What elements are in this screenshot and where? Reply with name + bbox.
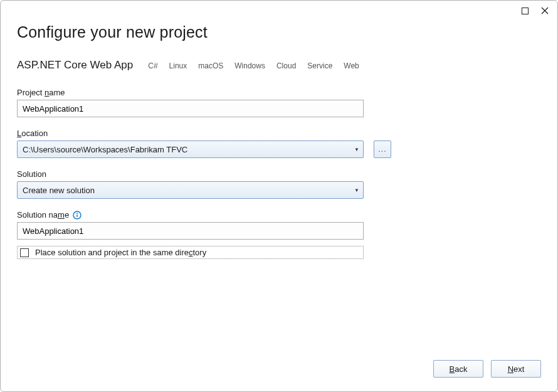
back-button[interactable]: Back [433,360,483,378]
checkbox-icon [20,248,29,257]
same-directory-label: Place solution and project in the same d… [35,248,206,257]
template-tag: Service [307,61,332,70]
dialog-window: Configure your new project ASP.NET Core … [0,0,558,392]
template-tag: Cloud [276,61,296,70]
template-tag: macOS [198,61,223,70]
svg-rect-0 [522,8,528,14]
info-icon [73,211,82,220]
location-value: C:\Users\source\Workspaces\Fabrikam TFVC [23,145,187,154]
titlebar [1,1,557,21]
next-button[interactable]: Next [491,360,541,378]
solution-name-label: Solution name [17,210,541,220]
solution-dropdown[interactable]: Create new solution ▼ [17,181,364,199]
template-tag: C# [148,61,157,70]
page-title: Configure your new project [17,23,541,41]
template-row: ASP.NET Core Web App C# Linux macOS Wind… [17,59,541,72]
chevron-down-icon: ▼ [354,188,359,193]
maximize-icon[interactable] [520,6,530,16]
project-name-label: Project name [17,88,541,97]
template-name: ASP.NET Core Web App [17,59,133,72]
content-area: Configure your new project ASP.NET Core … [1,21,557,360]
svg-rect-5 [76,215,77,217]
template-tag: Web [344,61,359,70]
location-label: Location [17,129,541,138]
svg-point-4 [76,213,78,214]
project-name-group: Project name [17,88,541,117]
same-directory-checkbox-row[interactable]: Place solution and project in the same d… [17,246,364,259]
solution-value: Create new solution [23,186,95,195]
template-tag: Linux [169,61,187,70]
browse-button[interactable]: ... [374,140,391,158]
footer: Back Next [1,360,557,391]
solution-label: Solution [17,169,541,179]
location-dropdown[interactable]: C:\Users\source\Workspaces\Fabrikam TFVC… [17,140,364,158]
solution-group: Solution Create new solution ▼ [17,169,541,199]
template-tag: Windows [234,61,265,70]
location-group: Location C:\Users\source\Workspaces\Fabr… [17,129,541,158]
close-icon[interactable] [540,6,550,16]
solution-name-group: Solution name Place solution and project… [17,210,541,259]
solution-name-input[interactable] [17,222,364,240]
project-name-input[interactable] [17,100,364,117]
chevron-down-icon: ▼ [354,147,359,152]
